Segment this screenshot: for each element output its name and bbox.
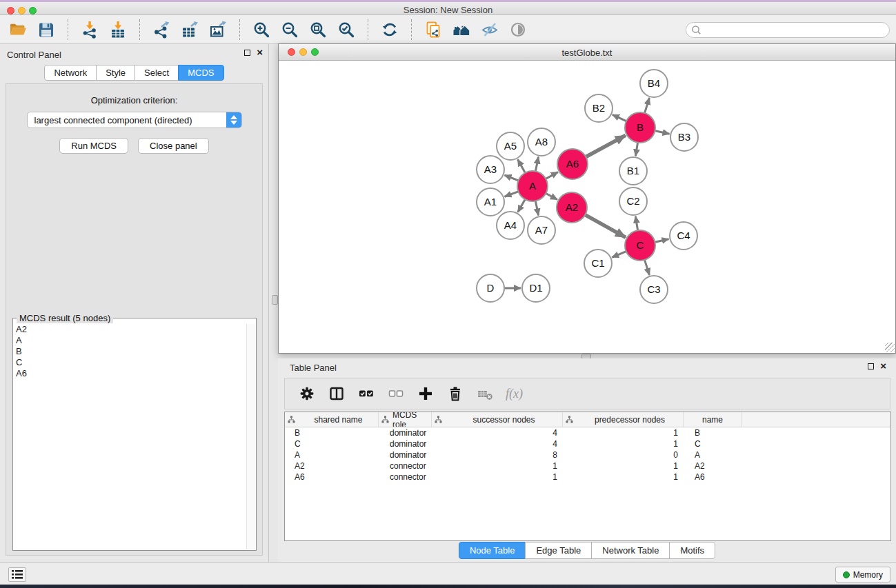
table-cell[interactable]: connector (379, 472, 432, 482)
column-header-shared-name[interactable]: shared name (285, 412, 379, 427)
table-cell[interactable]: connector (379, 461, 432, 471)
graph-edge-B-B3[interactable] (654, 130, 670, 134)
table-cell[interactable]: 1 (563, 461, 684, 471)
run-mcds-button[interactable]: Run MCDS (59, 138, 128, 154)
float-panel-icon[interactable] (244, 50, 250, 56)
graph-edge-B-B4[interactable] (644, 98, 649, 114)
delete-row-trash-icon[interactable] (446, 385, 464, 403)
export-image-icon[interactable] (208, 20, 228, 39)
close-panel-button[interactable]: Close panel (138, 138, 209, 154)
table-cell[interactable]: A (684, 450, 742, 460)
tab-node-table[interactable]: Node Table (459, 542, 526, 559)
table-cell[interactable]: dominator (379, 428, 432, 438)
table-cell[interactable]: 1 (563, 472, 684, 482)
tab-network-table[interactable]: Network Table (591, 542, 670, 559)
mcds-result-item[interactable]: A (14, 335, 245, 346)
zoom-selected-icon[interactable] (337, 20, 356, 39)
graph-edge-C-C3[interactable] (644, 258, 649, 275)
function-builder-icon[interactable]: f(x) (506, 387, 523, 401)
float-panel-icon[interactable] (868, 363, 874, 369)
table-cell[interactable]: B (684, 428, 742, 438)
import-network-icon[interactable] (80, 20, 99, 39)
graph-edge-B-B2[interactable] (613, 114, 628, 121)
tab-style[interactable]: Style (96, 65, 135, 81)
window-resize-grip[interactable] (885, 343, 895, 352)
zoom-fit-icon[interactable] (308, 20, 328, 39)
optimization-criterion-select[interactable]: largest connected component (directed) (27, 112, 242, 128)
column-header-successor-nodes[interactable]: successor nodes (432, 412, 563, 427)
table-cell[interactable]: 8 (432, 450, 563, 460)
table-cell[interactable]: 4 (432, 439, 563, 449)
table-cell[interactable]: 4 (432, 428, 563, 438)
graph-edge-C-C1[interactable] (612, 251, 627, 258)
open-file-icon[interactable] (8, 20, 28, 39)
table-cell[interactable]: 1 (563, 439, 684, 449)
graph-edge-A-A4[interactable] (518, 198, 526, 212)
hide-graphics-details-icon[interactable] (480, 20, 499, 39)
close-panel-icon[interactable]: × (880, 363, 886, 369)
network-window-titlebar[interactable]: testGlobe.txt (279, 44, 895, 61)
tab-edge-table[interactable]: Edge Table (525, 542, 592, 559)
table-cell[interactable]: C (285, 439, 379, 449)
graph-edge-A6-B[interactable] (585, 135, 626, 157)
graph-edge-A-A2[interactable] (545, 193, 557, 200)
table-cell[interactable]: 1 (563, 428, 684, 438)
column-header-mcds-role[interactable]: MCDS role (379, 412, 432, 427)
new-network-from-selection-icon[interactable] (424, 20, 443, 39)
table-cell[interactable]: A2 (684, 461, 742, 471)
table-cell[interactable]: 1 (432, 461, 563, 471)
show-column-icon[interactable] (328, 385, 346, 403)
task-history-button[interactable] (8, 567, 26, 582)
graph-edge-A-A7[interactable] (535, 200, 539, 216)
save-session-icon[interactable] (37, 20, 56, 39)
table-cell[interactable]: C (684, 439, 742, 449)
add-row-icon[interactable] (417, 385, 435, 403)
graph-edge-A-A6[interactable] (545, 172, 558, 180)
table-cell[interactable]: 1 (432, 472, 563, 482)
table-cell[interactable]: dominator (379, 450, 432, 460)
close-panel-icon[interactable]: × (257, 49, 263, 56)
refresh-icon[interactable] (380, 20, 399, 39)
table-row[interactable]: Cdominator41C (285, 438, 890, 449)
mcds-result-item[interactable]: C (14, 357, 245, 368)
graph-edge-A-A1[interactable] (505, 191, 520, 196)
graph-edge-A-A3[interactable] (504, 175, 519, 181)
zoom-in-icon[interactable] (252, 20, 271, 39)
column-header-name[interactable]: name (684, 412, 742, 427)
mcds-result-scrollbar[interactable] (246, 324, 255, 549)
table-row[interactable]: Adominator80A (285, 449, 890, 460)
search-field[interactable] (686, 22, 890, 38)
tab-network[interactable]: Network (44, 65, 97, 81)
memory-button[interactable]: Memory (835, 567, 890, 582)
graph-edge-A2-C[interactable] (584, 214, 626, 238)
table-settings-gear-icon[interactable] (298, 385, 316, 403)
first-neighbors-icon[interactable] (452, 20, 471, 39)
tab-select[interactable]: Select (135, 65, 179, 81)
tab-mcds[interactable]: MCDS (178, 65, 223, 81)
delete-table-icon[interactable] (476, 385, 494, 403)
graph-edge-B-B1[interactable] (635, 141, 637, 156)
search-input[interactable] (702, 24, 889, 37)
graph-edge-A-A8[interactable] (535, 157, 539, 173)
mcds-result-item[interactable]: A6 (14, 368, 245, 379)
export-network-icon[interactable] (152, 20, 171, 39)
graph-edge-A-A5[interactable] (518, 159, 526, 174)
show-graphics-details-icon[interactable] (508, 20, 528, 39)
table-cell[interactable]: 0 (563, 450, 684, 460)
graph-edge-C-C2[interactable] (635, 216, 638, 232)
deselect-all-checkboxes-icon[interactable] (387, 385, 405, 403)
zoom-out-icon[interactable] (280, 20, 299, 39)
table-cell[interactable]: A2 (285, 461, 379, 471)
table-cell[interactable]: dominator (379, 439, 432, 449)
table-cell[interactable]: A6 (285, 472, 379, 482)
import-table-icon[interactable] (108, 20, 128, 39)
table-row[interactable]: Bdominator41B (285, 427, 890, 438)
table-row[interactable]: A2connector11A2 (285, 460, 890, 472)
mcds-result-item[interactable]: B (14, 346, 245, 357)
table-row[interactable]: A6connector11A6 (285, 472, 890, 483)
table-cell[interactable]: B (285, 428, 379, 438)
tab-motifs[interactable]: Motifs (669, 542, 715, 559)
table-cell[interactable]: A (285, 450, 379, 460)
mcds-result-item[interactable]: A2 (14, 324, 245, 335)
graph-edge-C-C4[interactable] (654, 239, 669, 243)
